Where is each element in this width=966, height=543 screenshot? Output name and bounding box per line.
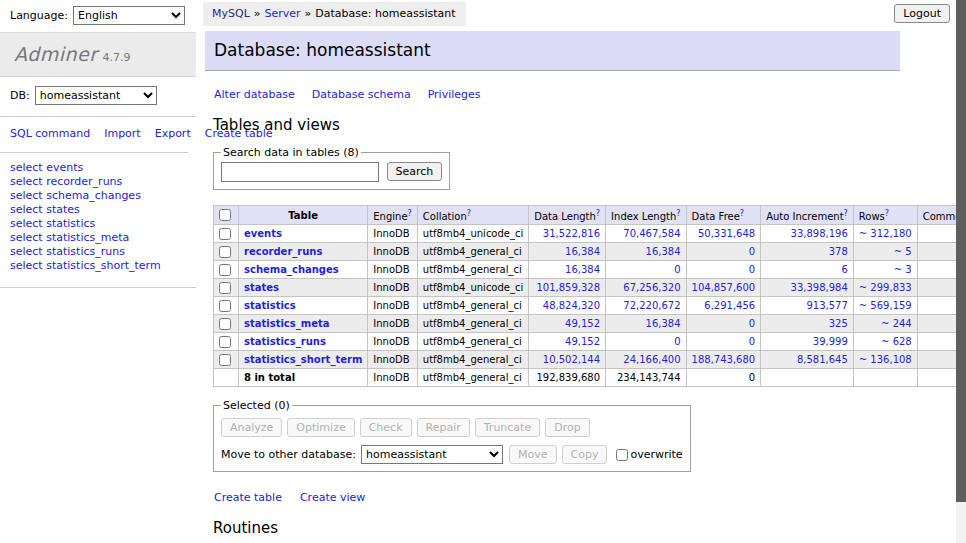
sidebar-select-link[interactable]: select statistics_short_term (10, 260, 188, 273)
index-length-link[interactable]: 70,467,584 (623, 228, 680, 239)
data-free-link[interactable]: 0 (749, 318, 755, 329)
search-fieldset: Search data in tables (8) Search (213, 146, 450, 190)
search-button[interactable]: Search (387, 162, 443, 181)
data-free-link[interactable]: 104,857,600 (692, 282, 756, 293)
table-name-link[interactable]: schema_changes (244, 264, 339, 275)
sidebar-command-link[interactable]: SQL command (10, 127, 90, 140)
db-select[interactable]: homeassistant (35, 86, 157, 105)
move-action-button[interactable]: Copy (562, 445, 608, 464)
index-length-link[interactable]: 24,166,400 (623, 354, 680, 365)
index-length-link[interactable]: 0 (674, 264, 680, 275)
auto-increment-link[interactable]: 8,581,645 (797, 354, 848, 365)
sidebar-select-link[interactable]: select states (10, 204, 188, 217)
data-length-link[interactable]: 49,152 (565, 336, 600, 347)
language-select[interactable]: English (73, 6, 185, 25)
rows-link[interactable]: ~ 5 (894, 246, 912, 257)
column-header: Table (239, 206, 368, 225)
index-length-link[interactable]: 0 (674, 336, 680, 347)
scrollbar-thumb[interactable] (956, 0, 966, 502)
table-name-link[interactable]: statistics_runs (244, 336, 326, 347)
auto-increment-link[interactable]: 378 (829, 246, 848, 257)
selected-action-button[interactable]: Truncate (475, 418, 540, 437)
move-action-button[interactable]: Move (509, 445, 557, 464)
selected-action-button[interactable]: Optimize (287, 418, 354, 437)
column-help-link[interactable]: ? (408, 209, 412, 218)
sidebar-select-link[interactable]: select events (10, 162, 188, 175)
table-name-link[interactable]: states (244, 282, 279, 293)
column-help-link[interactable]: ? (844, 209, 848, 218)
data-length-link[interactable]: 10,502,144 (543, 354, 600, 365)
data-free-link[interactable]: 6,291,456 (704, 300, 755, 311)
rows-link[interactable]: ~ 244 (881, 318, 912, 329)
data-free-cell: 0 (686, 315, 761, 333)
move-database-select[interactable]: homeassistant (361, 445, 503, 464)
selected-action-button[interactable]: Analyze (221, 418, 282, 437)
select-all-checkbox[interactable] (219, 209, 231, 221)
rows-link[interactable]: ~ 299,833 (859, 282, 912, 293)
rows-link[interactable]: ~ 628 (881, 336, 912, 347)
auto-increment-link[interactable]: 913,577 (806, 300, 847, 311)
column-help-link[interactable]: ? (885, 209, 889, 218)
data-length-link[interactable]: 16,384 (565, 264, 600, 275)
column-help-link[interactable]: ? (740, 209, 744, 218)
data-length-link[interactable]: 16,384 (565, 246, 600, 257)
table-row: statistics_runsInnoDButf8mb4_general_ci4… (214, 333, 966, 351)
sidebar-select-link[interactable]: select statistics (10, 218, 188, 231)
data-free-link[interactable]: 0 (749, 264, 755, 275)
database-action-link[interactable]: Privileges (428, 88, 481, 101)
index-length-link[interactable]: 72,220,672 (623, 300, 680, 311)
rows-link[interactable]: ~ 136,108 (859, 354, 912, 365)
auto-increment-link[interactable]: 39,999 (813, 336, 848, 347)
sidebar-select-link[interactable]: select schema_changes (10, 190, 188, 203)
table-name-link[interactable]: statistics_meta (244, 318, 329, 329)
data-free-link[interactable]: 188,743,680 (692, 354, 756, 365)
column-help-link[interactable]: ? (467, 209, 471, 218)
create-link[interactable]: Create view (300, 491, 365, 504)
data-length-link[interactable]: 101,859,328 (536, 282, 600, 293)
index-length-link[interactable]: 16,384 (646, 246, 681, 257)
language-label: Language: (10, 9, 68, 22)
row-checkbox[interactable] (219, 318, 231, 330)
data-length-link[interactable]: 48,824,320 (543, 300, 600, 311)
sidebar-command-link[interactable]: Import (104, 127, 141, 140)
row-checkbox[interactable] (219, 228, 231, 240)
data-length-link[interactable]: 31,522,816 (543, 228, 600, 239)
data-length-link[interactable]: 49,152 (565, 318, 600, 329)
rows-link[interactable]: ~ 312,180 (859, 228, 912, 239)
row-checkbox[interactable] (219, 300, 231, 312)
sidebar-command-link[interactable]: Export (155, 127, 191, 140)
table-name-link[interactable]: statistics_short_term (244, 354, 362, 365)
auto-increment-link[interactable]: 325 (829, 318, 848, 329)
row-checkbox[interactable] (219, 264, 231, 276)
row-checkbox[interactable] (219, 282, 231, 294)
create-link[interactable]: Create table (214, 491, 282, 504)
table-name-link[interactable]: events (244, 228, 282, 239)
search-input[interactable] (221, 162, 379, 182)
row-checkbox[interactable] (219, 354, 231, 366)
column-help-link[interactable]: ? (676, 209, 680, 218)
data-free-link[interactable]: 0 (749, 246, 755, 257)
index-length-link[interactable]: 16,384 (646, 318, 681, 329)
rows-link[interactable]: ~ 3 (894, 264, 912, 275)
index-length-link[interactable]: 67,256,320 (623, 282, 680, 293)
auto-increment-link[interactable]: 33,898,196 (791, 228, 848, 239)
data-free-link[interactable]: 0 (749, 336, 755, 347)
selected-action-button[interactable]: Check (360, 418, 412, 437)
sidebar-select-link[interactable]: select statistics_runs (10, 246, 188, 259)
row-checkbox[interactable] (219, 336, 231, 348)
selected-action-button[interactable]: Drop (545, 418, 589, 437)
rows-link[interactable]: ~ 569,159 (859, 300, 912, 311)
column-help-link[interactable]: ? (596, 209, 600, 218)
row-checkbox[interactable] (219, 246, 231, 258)
sidebar-select-link[interactable]: select statistics_meta (10, 232, 188, 245)
overwrite-checkbox[interactable] (616, 449, 628, 461)
database-action-link[interactable]: Database schema (312, 88, 411, 101)
data-free-link[interactable]: 50,331,648 (698, 228, 755, 239)
database-action-link[interactable]: Alter database (214, 88, 295, 101)
selected-action-button[interactable]: Repair (417, 418, 470, 437)
auto-increment-link[interactable]: 6 (841, 264, 847, 275)
auto-increment-link[interactable]: 33,398,984 (791, 282, 848, 293)
table-name-link[interactable]: recorder_runs (244, 246, 322, 257)
table-name-link[interactable]: statistics (244, 300, 296, 311)
sidebar-select-link[interactable]: select recorder_runs (10, 176, 188, 189)
